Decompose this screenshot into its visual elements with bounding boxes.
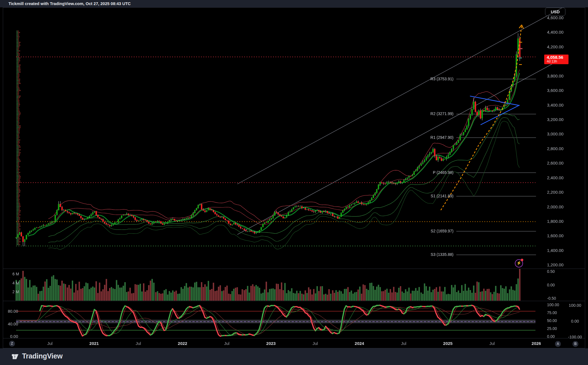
- pivot-level-label: S1 (2141.89): [402, 194, 454, 198]
- volume-right-tick-label: 0.00: [547, 283, 555, 288]
- volume-right-tick-label: 0.50: [547, 269, 555, 274]
- footer-bar: [0, 348, 588, 365]
- time-tick-month: Jul: [136, 341, 141, 346]
- flash-icon[interactable]: ⚡: [515, 259, 523, 267]
- price-tick-label: 4,400.00: [547, 30, 563, 34]
- pivot-level-label: R3 (3753.91): [402, 77, 454, 81]
- chart-canvas[interactable]: [0, 0, 588, 365]
- time-tick-month: Jul: [224, 341, 229, 346]
- time-tick-year: 2025: [443, 341, 452, 346]
- price-tick-label: 1,200.00: [547, 262, 563, 267]
- pivot-level-label: S3 (1335.88): [402, 252, 454, 257]
- notification-dot: [521, 259, 523, 261]
- pivot-level-label: R1 (2947.90): [402, 135, 454, 140]
- snapshot-title: Tickmill created with TradingView.com, O…: [8, 0, 131, 7]
- price-tick-label: 4,200.00: [547, 44, 563, 49]
- last-price-badge: 4,058.56 4d 13h: [544, 55, 569, 64]
- price-tick-label: 1,600.00: [547, 233, 563, 238]
- price-tick-label: 3,400.00: [547, 103, 563, 107]
- last-price-value: 4,058.56: [547, 55, 569, 60]
- price-tick-label: 2,400.00: [547, 175, 563, 180]
- oscillator-a-tick-label: 100.00: [547, 303, 559, 307]
- price-tick-label: 3,600.00: [547, 88, 563, 93]
- price-tick-label: 2,000.00: [547, 204, 563, 209]
- scale-badge-z[interactable]: Z: [9, 341, 15, 347]
- scale-badge-a[interactable]: A: [555, 341, 561, 347]
- price-tick-label: 1,400.00: [547, 248, 563, 253]
- pivot-level-label: R2 (3271.99): [402, 111, 454, 116]
- tradingview-wordmark[interactable]: TradingView: [22, 352, 63, 360]
- price-tick-label: 3,800.00: [547, 74, 563, 78]
- oscillator-a-tick-label: 0.00: [547, 334, 555, 339]
- oscillator-a-tick-label: 75.00: [547, 310, 557, 315]
- price-tick-label: 3,200.00: [547, 117, 563, 122]
- time-tick-year: 2026: [531, 341, 541, 346]
- time-tick-year: 2022: [178, 341, 187, 346]
- price-tick-label: 2,800.00: [547, 146, 563, 151]
- time-tick-month: Jul: [47, 341, 53, 346]
- oscillator-b-tick-label: 0.00: [565, 319, 585, 324]
- volume-tick-label: 6 M: [12, 272, 19, 277]
- price-tick-label: 1,800.00: [547, 219, 563, 224]
- oscillator-tick-label: 40.00: [0, 322, 18, 327]
- currency-usd-button[interactable]: USD: [545, 8, 565, 16]
- pivot-level-label: S2 (1659.97): [402, 229, 454, 234]
- time-tick-year: 2021: [89, 341, 99, 346]
- time-tick-year: 2024: [355, 341, 364, 346]
- oscillator-tick-label: 80.00: [0, 309, 18, 314]
- oscillator-b-tick-label: -100.00: [565, 335, 585, 340]
- pivot-level-label: P (2465.98): [402, 170, 454, 175]
- time-tick-month: Jul: [489, 341, 495, 346]
- bar-countdown: 4d 13h: [547, 60, 569, 63]
- oscillator-b-tick-label: 100.00: [565, 303, 585, 308]
- price-tick-label: 2,200.00: [547, 190, 563, 195]
- time-tick-month: Jul: [401, 341, 406, 346]
- price-tick-label: 3,000.00: [547, 131, 563, 136]
- oscillator-a-tick-label: 25.00: [547, 326, 557, 331]
- oscillator-a-tick-label: 50.00: [547, 318, 557, 323]
- price-tick-label: 2,600.00: [547, 161, 563, 165]
- tradingview-logo-icon[interactable]: [11, 353, 19, 360]
- volume-right-tick-label: -0.50: [547, 296, 556, 301]
- price-tick-label: 4,600.00: [547, 15, 563, 20]
- oscillator-tick-label: 0.00: [0, 334, 18, 339]
- time-tick-month: Jul: [313, 341, 318, 346]
- title-bar: Tickmill created with TradingView.com, O…: [0, 0, 588, 7]
- volume-tick-label: 2 M: [12, 290, 19, 294]
- time-tick-year: 2023: [266, 341, 275, 346]
- volume-tick-label: 4 M: [12, 281, 19, 286]
- scale-badge-b[interactable]: B: [572, 341, 578, 347]
